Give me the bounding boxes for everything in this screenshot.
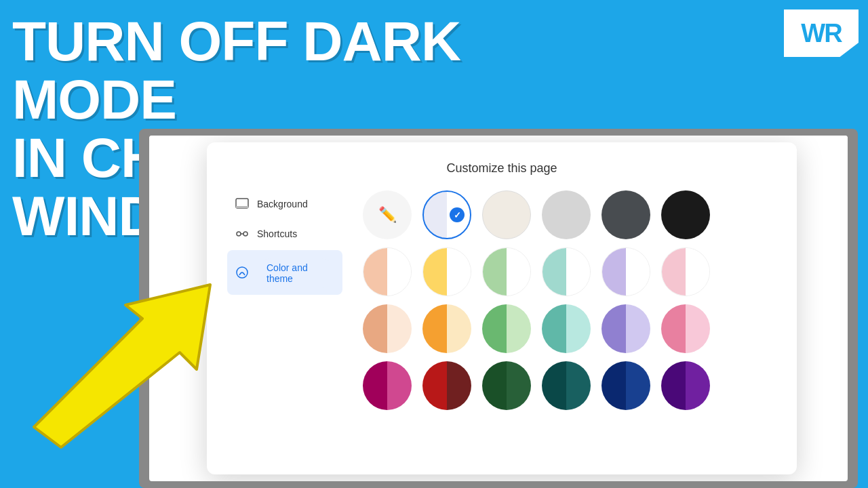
color-yellow-light[interactable] — [422, 247, 471, 296]
color-purple[interactable] — [661, 361, 710, 410]
wr-logo: WR — [784, 9, 859, 57]
color-row-1: ✏️ ✓ — [363, 190, 776, 239]
color-peach-med[interactable] — [363, 304, 412, 353]
modal-title: Customize this page — [227, 161, 776, 176]
color-forest[interactable] — [482, 361, 531, 410]
sidebar-item-color-theme[interactable]: Color and theme — [227, 250, 342, 295]
color-lavender-light[interactable] — [601, 247, 650, 296]
sidebar: Background Shortcuts — [227, 190, 349, 418]
sidebar-item-background[interactable]: Background — [227, 190, 342, 218]
sidebar-color-theme-label: Color and theme — [257, 258, 334, 288]
svg-point-3 — [243, 232, 248, 236]
color-green-med[interactable] — [482, 304, 531, 353]
color-row-3 — [363, 304, 776, 353]
color-row-4 — [363, 361, 776, 410]
background-icon — [235, 197, 249, 211]
browser-outer: Google Customize this page — [139, 129, 858, 488]
color-peach-light[interactable] — [363, 247, 412, 296]
color-black[interactable] — [661, 190, 710, 239]
sidebar-shortcuts-label: Shortcuts — [257, 228, 297, 239]
svg-marker-6 — [34, 285, 210, 447]
color-grid-area: ✏️ ✓ — [349, 190, 776, 418]
color-dark-teal[interactable] — [542, 361, 591, 410]
color-lavender-med[interactable] — [601, 304, 650, 353]
color-white-selected[interactable]: ✓ — [422, 190, 471, 239]
color-teal-med[interactable] — [542, 304, 591, 353]
color-green-light[interactable] — [482, 247, 531, 296]
wr-logo-text: WR — [801, 19, 841, 48]
color-dark-gray[interactable] — [601, 190, 650, 239]
svg-rect-1 — [236, 206, 248, 208]
color-orange-med[interactable] — [422, 304, 471, 353]
color-crimson[interactable] — [422, 361, 471, 410]
color-row-2 — [363, 247, 776, 296]
shortcuts-icon — [235, 227, 249, 241]
sidebar-background-label: Background — [257, 199, 308, 209]
browser-inner: Google Customize this page — [149, 136, 848, 481]
color-warm-white[interactable] — [482, 190, 531, 239]
modal-body: Background Shortcuts — [227, 190, 776, 418]
arrow-container — [7, 251, 224, 454]
yellow-arrow — [7, 251, 224, 454]
color-pink-light[interactable] — [661, 247, 710, 296]
color-teal-light[interactable] — [542, 247, 591, 296]
color-pink-med[interactable] — [661, 304, 710, 353]
title-line1: TURN OFF DARK MODE — [12, 12, 541, 129]
pen-icon: ✏️ — [378, 206, 397, 224]
color-light-gray[interactable] — [542, 190, 591, 239]
selected-checkmark: ✓ — [450, 207, 465, 222]
sidebar-item-shortcuts[interactable]: Shortcuts — [227, 220, 342, 247]
color-theme-icon — [235, 266, 249, 279]
color-custom[interactable]: ✏️ — [363, 190, 412, 239]
svg-point-2 — [237, 232, 241, 236]
color-magenta[interactable] — [363, 361, 412, 410]
modal: Customize this page Background — [207, 142, 797, 474]
color-navy[interactable] — [601, 361, 650, 410]
